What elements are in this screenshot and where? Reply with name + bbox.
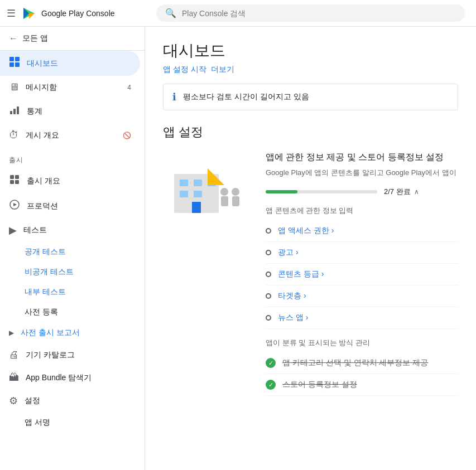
svg-marker-24 bbox=[208, 168, 224, 185]
counter-badge: 🚫 bbox=[123, 132, 131, 139]
sidebar-item-app-bundle[interactable]: 🏔 App Bundle 탐색기 bbox=[0, 366, 140, 389]
svg-rect-6 bbox=[9, 62, 14, 67]
sidebar-item-dashboard[interactable]: 대시보드 bbox=[0, 51, 140, 76]
chevron-up-icon[interactable]: ∧ bbox=[414, 188, 419, 196]
search-icon: 🔍 bbox=[165, 8, 176, 18]
svg-rect-13 bbox=[10, 180, 14, 184]
topbar-left: ☰ Google Play Console bbox=[0, 6, 145, 21]
search-input[interactable] bbox=[182, 9, 456, 18]
svg-rect-23 bbox=[192, 202, 201, 213]
logo-text: Google Play Console bbox=[41, 9, 115, 18]
sidebar-item-launch-overview[interactable]: 출시 개요 bbox=[0, 168, 140, 193]
subtitle-more-link[interactable]: 더보기 bbox=[211, 65, 234, 75]
checklist-link-access[interactable]: 앱 액세스 권한 › bbox=[278, 226, 334, 236]
progress-bar-track bbox=[266, 190, 377, 193]
pre-launch-label: 사전 출시 보고서 bbox=[21, 328, 80, 338]
checklist-item-ad: 광고 › bbox=[266, 242, 458, 264]
circle-dot-news bbox=[266, 315, 271, 321]
launch-overview-icon bbox=[9, 174, 20, 188]
sidebar-item-test[interactable]: ▶ 테스트 bbox=[0, 219, 140, 242]
pre-register-label: 사전 등록 bbox=[25, 307, 58, 317]
logo-area: Google Play Console bbox=[21, 6, 115, 21]
manage-section-label: 앱이 분류 및 표시되는 방식 관리 bbox=[266, 338, 458, 348]
sidebar-item-counter[interactable]: ⏱ 게시 개요 🚫 bbox=[0, 124, 140, 147]
checklist-item-store-info: ✓ 스토어 등록정보 설정 bbox=[266, 374, 458, 396]
sidebar-item-counter-label: 게시 개요 bbox=[26, 130, 59, 140]
main-content: 대시보드 앱 설정 시작 더보기 ℹ 평소보다 검토 시간이 길어지고 있음 앱… bbox=[145, 27, 476, 470]
sidebar-back-button[interactable]: ← 모든 앱 bbox=[0, 27, 145, 51]
sidebar-item-device-catalog[interactable]: 🖨 기기 카탈로그 bbox=[0, 343, 140, 366]
page-title: 대시보드 bbox=[163, 40, 458, 61]
sidebar-item-device-catalog-label: 기기 카탈로그 bbox=[26, 350, 75, 360]
sidebar-item-settings[interactable]: ⚙ 설정 bbox=[0, 389, 140, 413]
messages-icon: 🖥 bbox=[9, 81, 19, 93]
progress-bar-fill bbox=[266, 190, 297, 193]
arrow-icon: ▶ bbox=[9, 329, 14, 337]
checklist-link-store-info[interactable]: 스토어 등록정보 설정 bbox=[282, 380, 357, 390]
svg-rect-10 bbox=[17, 106, 19, 114]
svg-marker-16 bbox=[13, 203, 17, 206]
settings-icon: ⚙ bbox=[9, 395, 18, 407]
sidebar-item-production[interactable]: 프로덕션 bbox=[0, 193, 140, 219]
stats-icon bbox=[9, 104, 20, 118]
production-icon bbox=[9, 199, 20, 213]
sidebar-item-internal-test[interactable]: 내부 테스트 bbox=[0, 282, 145, 302]
app-setup-card: 앱에 관한 정보 제공 및 스토어 등록정보 설정 Google Play에 앱… bbox=[163, 152, 458, 396]
svg-point-25 bbox=[220, 188, 228, 196]
sidebar-item-messages-label: 메시지함 bbox=[26, 83, 57, 93]
hamburger-icon[interactable]: ☰ bbox=[7, 7, 16, 20]
svg-rect-8 bbox=[10, 111, 12, 114]
info-banner: ℹ 평소보다 검토 시간이 길어지고 있음 bbox=[163, 84, 458, 110]
sidebar-item-pre-launch[interactable]: ▶ 사전 출시 보고서 bbox=[0, 322, 145, 343]
sidebar-item-messages[interactable]: 🖥 메시지함 4 bbox=[0, 76, 140, 99]
checklist-item-target: 타겟층 › bbox=[266, 285, 458, 307]
sidebar-item-open-test[interactable]: 공개 테스트 bbox=[0, 242, 145, 262]
svg-rect-18 bbox=[180, 180, 188, 186]
checklist-link-ad[interactable]: 광고 › bbox=[278, 248, 299, 258]
sidebar-item-closed-test[interactable]: 비공개 테스트 bbox=[0, 262, 145, 282]
test-icon: ▶ bbox=[9, 224, 17, 236]
play-console-logo bbox=[21, 6, 37, 21]
subtitle-start-link[interactable]: 앱 설정 시작 bbox=[163, 65, 206, 75]
sidebar: ← 모든 앱 대시보드 🖥 메시지함 4 bbox=[0, 27, 145, 470]
svg-rect-5 bbox=[15, 57, 20, 61]
app-sign-label: 앱 서명 bbox=[25, 418, 50, 428]
sidebar-item-dashboard-label: 대시보드 bbox=[27, 59, 58, 69]
checklist-item-access: 앱 액세스 권한 › bbox=[266, 220, 458, 242]
page-subtitle: 앱 설정 시작 더보기 bbox=[163, 65, 458, 75]
circle-dot-target bbox=[266, 293, 271, 299]
progress-bar-container: 2/7 완료 ∧ bbox=[266, 187, 458, 197]
search-bar[interactable]: 🔍 bbox=[156, 4, 465, 22]
checklist-link-news[interactable]: 뉴스 앱 › bbox=[278, 313, 308, 323]
checklist-link-content-rating[interactable]: 콘텐츠 등급 › bbox=[278, 269, 324, 279]
circle-dot-content-rating bbox=[266, 272, 271, 277]
sidebar-item-stats-label: 통계 bbox=[27, 106, 42, 117]
checklist-link-category[interactable]: 앱 카테고리 선택 및 연락처 세부정보 제공 bbox=[282, 358, 428, 368]
info-icon: ℹ bbox=[172, 91, 176, 103]
open-test-label: 공개 테스트 bbox=[25, 247, 66, 257]
setup-heading: 앱에 관한 정보 제공 및 스토어 등록정보 설정 bbox=[266, 152, 458, 163]
device-catalog-icon: 🖨 bbox=[9, 349, 19, 361]
counter-icon: ⏱ bbox=[9, 129, 19, 141]
sidebar-item-pre-register[interactable]: 사전 등록 bbox=[0, 302, 145, 322]
sidebar-item-settings-label: 설정 bbox=[25, 396, 40, 406]
dashboard-icon bbox=[9, 56, 20, 70]
sidebar-item-stats[interactable]: 통계 bbox=[0, 99, 140, 124]
launch-section-label: 출시 bbox=[0, 147, 145, 168]
svg-rect-19 bbox=[194, 180, 202, 186]
section-title: 앱 설정 bbox=[163, 124, 458, 140]
sidebar-item-launch-label: 출시 개요 bbox=[27, 176, 60, 186]
closed-test-label: 비공개 테스트 bbox=[25, 267, 74, 277]
svg-rect-11 bbox=[10, 175, 14, 179]
svg-rect-9 bbox=[13, 109, 16, 114]
svg-rect-28 bbox=[232, 196, 239, 206]
svg-rect-26 bbox=[221, 196, 228, 206]
checklist-item-category: ✓ 앱 카테고리 선택 및 연락처 세부정보 제공 bbox=[266, 352, 458, 374]
sidebar-item-test-label: 테스트 bbox=[23, 225, 47, 235]
sidebar-item-app-bundle-label: App Bundle 탐색기 bbox=[26, 373, 92, 383]
sidebar-item-app-sign[interactable]: 앱 서명 bbox=[0, 413, 145, 433]
checklist-link-target[interactable]: 타겟층 › bbox=[278, 291, 306, 301]
svg-rect-21 bbox=[180, 191, 188, 197]
app-bundle-icon: 🏔 bbox=[9, 372, 19, 384]
messages-badge: 4 bbox=[127, 84, 131, 91]
